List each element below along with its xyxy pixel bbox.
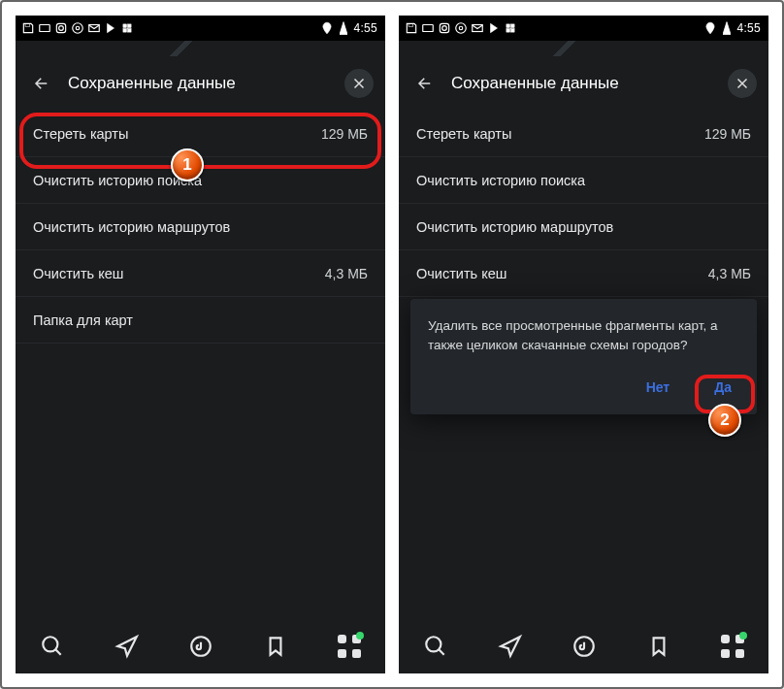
clear-cache-row[interactable]: Очистить кеш 4,3 МБ (399, 250, 768, 297)
svg-rect-8 (128, 24, 132, 28)
back-button[interactable] (410, 69, 440, 98)
confirm-dialog: Удалить все просмотренные фрагменты карт… (410, 299, 757, 414)
apps-grid-icon[interactable] (721, 635, 744, 658)
settings-list: Стереть карты 129 МБ Очистить историю по… (16, 111, 385, 344)
erase-maps-value: 129 МБ (704, 126, 751, 142)
close-button[interactable] (728, 69, 757, 98)
clear-cache-value: 4,3 МБ (325, 266, 368, 281)
clock-text: 4:55 (353, 21, 377, 35)
music-icon[interactable] (572, 634, 597, 659)
bottom-nav (16, 619, 385, 673)
dialog-message: Удалить все просмотренные фрагменты карт… (428, 316, 739, 354)
svg-rect-2 (56, 23, 65, 32)
clear-cache-label: Очистить кеш (33, 266, 123, 281)
navigate-icon[interactable] (498, 634, 523, 659)
svg-rect-1 (40, 25, 50, 32)
svg-rect-23 (511, 29, 515, 32)
phone-screen-left: 4:55 Сохраненные данные Стереть карты 12… (16, 16, 385, 673)
status-bar: 4:55 (16, 16, 385, 41)
apps-icon (504, 21, 517, 35)
at-icon (454, 21, 468, 35)
settings-list: Стереть карты 129 МБ Очистить историю по… (399, 111, 768, 297)
close-button[interactable] (344, 69, 374, 98)
maps-folder-row[interactable]: Папка для карт (16, 297, 385, 344)
dialog-no-button[interactable]: Нет (638, 372, 678, 403)
location-icon (703, 21, 717, 35)
dialog-yes-button[interactable]: Да (706, 372, 739, 403)
erase-maps-row[interactable]: Стереть карты 129 МБ (16, 111, 385, 157)
play-store-icon (104, 21, 117, 35)
mail-icon (471, 21, 484, 35)
clock-text: 4:55 (736, 21, 761, 35)
apps-icon (120, 21, 134, 35)
screen-header: Сохраненные данные (16, 56, 385, 111)
card-icon (421, 21, 435, 35)
erase-maps-label: Стереть карты (416, 126, 511, 142)
instagram-icon (438, 21, 451, 35)
mail-icon (87, 21, 101, 35)
clear-routes-label: Очистить историю маршрутов (33, 219, 230, 235)
clear-cache-label: Очистить кеш (416, 266, 506, 281)
step-badge-2: 2 (708, 404, 741, 437)
music-icon[interactable] (188, 634, 213, 659)
instagram-icon (54, 21, 68, 35)
svg-point-18 (459, 26, 463, 30)
bookmark-icon[interactable] (646, 634, 671, 659)
header-title: Сохраненные данные (68, 74, 333, 93)
signal-icon (340, 21, 347, 35)
svg-rect-20 (506, 24, 510, 28)
svg-point-3 (59, 26, 64, 31)
svg-rect-7 (123, 24, 127, 28)
save-icon (21, 21, 35, 35)
clear-routes-row[interactable]: Очистить историю маршрутов (399, 204, 768, 250)
svg-point-4 (73, 23, 83, 34)
clear-cache-value: 4,3 МБ (708, 266, 751, 281)
svg-rect-21 (511, 24, 515, 28)
at-icon (71, 21, 84, 35)
location-icon (320, 21, 334, 35)
bookmark-icon[interactable] (263, 634, 288, 659)
clear-search-row[interactable]: Очистить историю поиска (399, 157, 768, 204)
screen-header: Сохраненные данные (399, 56, 768, 111)
save-icon (405, 21, 418, 35)
back-button[interactable] (27, 69, 56, 98)
svg-point-11 (44, 637, 58, 651)
svg-rect-10 (128, 29, 132, 32)
card-icon (38, 21, 51, 35)
navigate-icon[interactable] (114, 634, 140, 659)
phone-screen-right: 4:55 Сохраненные данные Стереть карты 12… (399, 16, 768, 673)
svg-point-5 (76, 26, 80, 30)
clear-routes-label: Очистить историю маршрутов (416, 219, 613, 235)
erase-maps-label: Стереть карты (33, 126, 128, 142)
signal-icon (723, 21, 731, 35)
clear-routes-row[interactable]: Очистить историю маршрутов (16, 204, 385, 250)
status-bar: 4:55 (399, 16, 768, 41)
search-icon[interactable] (40, 634, 65, 659)
svg-point-24 (427, 637, 441, 651)
svg-point-17 (456, 23, 467, 34)
erase-maps-value: 129 МБ (321, 126, 368, 142)
clear-cache-row[interactable]: Очистить кеш 4,3 МБ (16, 250, 385, 297)
svg-point-16 (442, 26, 447, 31)
erase-maps-row[interactable]: Стереть карты 129 МБ (399, 111, 768, 157)
svg-rect-9 (123, 29, 127, 32)
clear-search-label: Очистить историю поиска (416, 173, 585, 188)
step-badge-1: 1 (171, 148, 204, 181)
bottom-nav (399, 619, 768, 673)
apps-grid-icon[interactable] (338, 635, 361, 658)
svg-rect-14 (423, 25, 434, 32)
header-title: Сохраненные данные (451, 74, 716, 93)
svg-rect-22 (506, 29, 510, 32)
search-icon[interactable] (423, 634, 448, 659)
svg-rect-15 (440, 23, 448, 32)
maps-folder-label: Папка для карт (33, 312, 133, 328)
play-store-icon (487, 21, 501, 35)
